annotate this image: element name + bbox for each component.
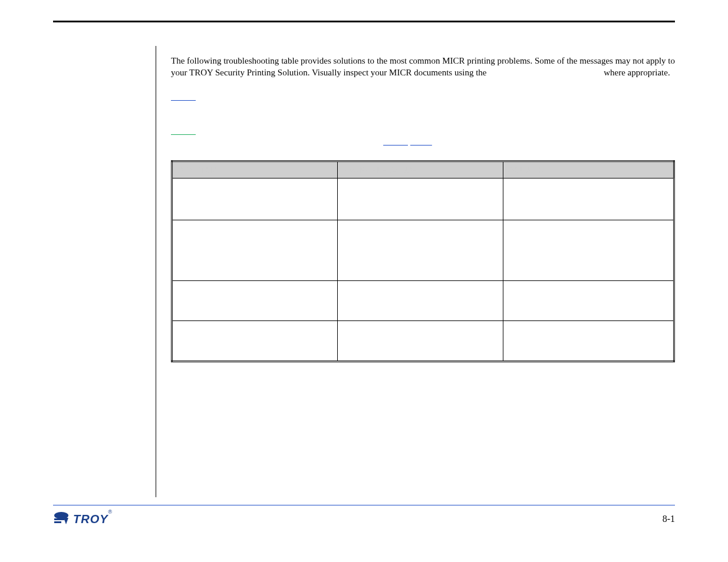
cell-symptom: Printer control panel displays MICR TONE… xyxy=(172,178,338,220)
column-divider xyxy=(156,46,156,497)
svg-rect-1 xyxy=(54,518,64,520)
hp-link[interactable]: www.hp.com xyxy=(383,137,432,146)
footer-doc-title: Security Printing Solutions User's Guide… xyxy=(273,514,502,524)
note-1-label: NOTE: xyxy=(171,92,196,101)
svg-rect-2 xyxy=(54,521,61,523)
intro-doc-name: TROY MICR Quality Document xyxy=(489,68,601,77)
cell-cause: Printer is in MICR mode with a non-MICR … xyxy=(338,220,503,281)
note-2: NOTE: For non-MICR printing problems (pa… xyxy=(171,126,675,147)
cell-cause: MICR toner cartridge is low on toner. xyxy=(338,178,503,220)
footer-rule xyxy=(53,505,675,505)
sidebar-heading: Introduction xyxy=(53,49,100,58)
section-number: Section 8 xyxy=(53,24,103,39)
intro-paragraph: The following troubleshooting table prov… xyxy=(171,55,675,79)
cell-symptom: Printer control panel displays TRAY x EM… xyxy=(172,281,338,321)
cell-symptom: Printer control panel displays LOAD MICR… xyxy=(172,220,338,281)
note-2-label: NOTE: xyxy=(171,127,196,135)
cell-cause: The paper tray mapped to in the print jo… xyxy=(338,281,503,321)
troubleshooting-table: SYMPTOM PROBABLE CAUSE SOLUTION Printer … xyxy=(171,160,675,362)
section-name: Troubleshooting / Error Messages xyxy=(492,24,675,39)
main-content: The following troubleshooting table prov… xyxy=(171,46,675,362)
troy-logo: TROY® xyxy=(53,511,113,527)
cell-symptom: Printer control panel displays TRAY x OP… xyxy=(172,321,338,362)
table-row: Printer control panel displays TRAY x EM… xyxy=(172,281,674,321)
col-solution: SOLUTION xyxy=(503,161,674,178)
sidebar: Introduction xyxy=(53,49,147,58)
troy-logo-icon xyxy=(53,511,70,527)
cell-cause: The paper tray mapped to in the print jo… xyxy=(338,321,503,362)
top-rule xyxy=(53,21,675,22)
col-symptom: SYMPTOM xyxy=(172,161,338,178)
col-cause: PROBABLE CAUSE xyxy=(338,161,503,178)
page-header: Section 8 Troubleshooting / Error Messag… xyxy=(53,21,675,44)
page-number: 8-1 xyxy=(663,514,675,524)
content-area: Introduction The following troubleshooti… xyxy=(53,46,675,497)
table-row: Printer control panel displays MICR TONE… xyxy=(172,178,674,220)
note-1: NOTE: Some printer features and/or troub… xyxy=(171,92,675,113)
note-1-text: Some printer features and/or troubleshoo… xyxy=(171,92,661,112)
cell-solution: Load paper into the empty paper tray. xyxy=(503,281,674,321)
table-row: Printer control panel displays LOAD MICR… xyxy=(172,220,674,281)
cell-solution: Close the open paper tray. xyxy=(503,321,674,362)
cell-solution: Replace with a new TROY MICR toner cartr… xyxy=(503,178,674,220)
troy-logo-text: TROY® xyxy=(73,513,113,526)
intro-text-c: where appropriate. xyxy=(601,68,670,77)
note-2-text-b: . xyxy=(432,137,434,146)
table-header-row: SYMPTOM PROBABLE CAUSE SOLUTION xyxy=(172,161,674,178)
table-row: Printer control panel displays TRAY x OP… xyxy=(172,321,674,362)
page-footer: TROY® Security Printing Solutions User's… xyxy=(53,505,675,527)
cell-solution: Install a genuine TROY MICR toner cartri… xyxy=(503,220,674,281)
